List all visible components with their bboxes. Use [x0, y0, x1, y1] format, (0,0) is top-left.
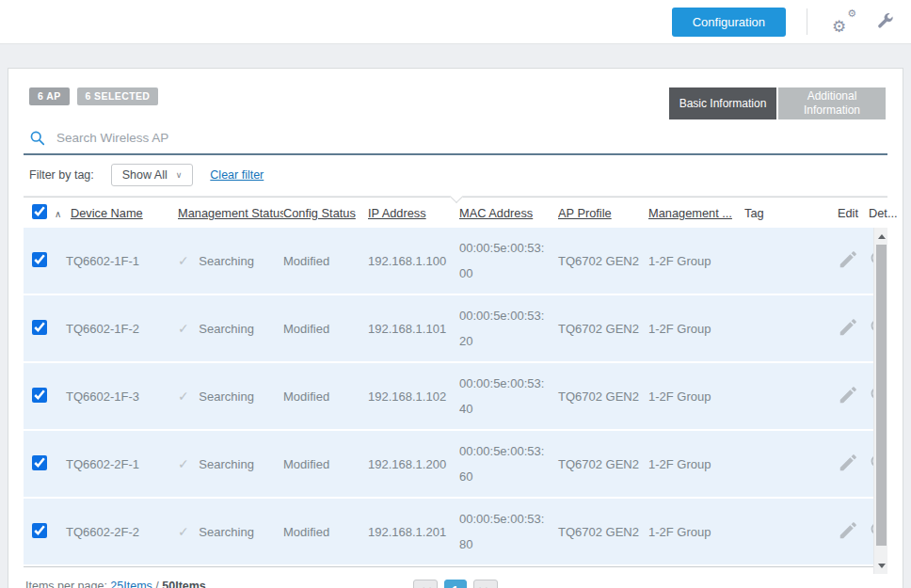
- cell-config-status: Modified: [283, 525, 368, 539]
- cell-device-name: TQ6602-1F-3: [66, 389, 139, 404]
- cell-ip-address: 192.168.1.200: [368, 457, 459, 471]
- table-row[interactable]: TQ6602-1F-1 ✓ Searching Modified 192.168…: [24, 228, 887, 294]
- edit-pencil-icon[interactable]: [838, 385, 858, 405]
- header-management-status[interactable]: Management Status: [178, 206, 283, 220]
- edit-pencil-icon[interactable]: [838, 249, 858, 270]
- header-details: Det...: [869, 206, 898, 220]
- tab-additional-information[interactable]: Additional Information: [778, 87, 886, 119]
- table-header-row: ∧ Device Name Management Status Config S…: [24, 197, 887, 228]
- cell-ap-profile: TQ6702 GEN2: [558, 525, 648, 539]
- topbar-divider: [807, 8, 807, 35]
- tag-filter-value: Show All: [122, 168, 168, 182]
- tag-filter-dropdown[interactable]: Show All ∨: [111, 164, 194, 186]
- table-row[interactable]: TQ6602-1F-3 ✓ Searching Modified 192.168…: [24, 363, 887, 429]
- cell-device-name: TQ6602-1F-2: [66, 322, 139, 336]
- table-row[interactable]: TQ6602-2F-2 ✓ Searching Modified 192.168…: [24, 499, 887, 564]
- select-all-checkbox[interactable]: [32, 204, 47, 219]
- status-check-icon: ✓: [178, 524, 189, 539]
- status-check-icon: ✓: [178, 253, 189, 268]
- cell-mac-address: 00:00:5e:00:53:60: [459, 438, 548, 490]
- status-check-icon: ✓: [178, 321, 189, 336]
- filter-by-tag-label: Filter by tag:: [29, 168, 94, 182]
- cell-management-status: Searching: [199, 525, 254, 539]
- search-icon: [29, 130, 45, 146]
- cell-ip-address: 192.168.1.102: [368, 389, 459, 404]
- edit-pencil-icon[interactable]: [838, 453, 858, 473]
- cell-management-status: Searching: [199, 389, 254, 404]
- scrollbar-up-arrow[interactable]: [874, 230, 888, 243]
- configuration-button[interactable]: Configuration: [672, 8, 786, 37]
- cell-device-name: TQ6602-2F-1: [66, 457, 139, 471]
- cell-config-status: Modified: [283, 254, 368, 268]
- table-row[interactable]: TQ6602-2F-1 ✓ Searching Modified 192.168…: [24, 431, 887, 497]
- header-ap-profile[interactable]: AP Profile: [558, 206, 612, 220]
- cell-management-group: 1-2F Group: [648, 525, 744, 539]
- cell-mac-address: 00:00:5e:00:53:20: [459, 303, 548, 355]
- selected-count-badge: 6 SELECTED: [77, 87, 159, 105]
- cell-ip-address: 192.168.1.101: [368, 322, 459, 336]
- header-edit: Edit: [838, 206, 858, 220]
- pagination-page-1-button[interactable]: 1: [444, 580, 467, 588]
- tab-basic-information[interactable]: Basic Information: [669, 87, 776, 119]
- pagination: << 1 >>: [24, 580, 887, 588]
- row-checkbox[interactable]: [32, 320, 47, 335]
- wrench-tools-icon[interactable]: [875, 12, 894, 31]
- cell-management-group: 1-2F Group: [648, 389, 744, 404]
- header-config-status[interactable]: Config Status: [283, 206, 356, 220]
- edit-pencil-icon[interactable]: [838, 317, 858, 338]
- cell-device-name: TQ6602-1F-1: [66, 254, 139, 268]
- search-bar: [24, 126, 887, 155]
- cell-ap-profile: TQ6702 GEN2: [558, 457, 648, 471]
- cell-mac-address: 00:00:5e:00:53:00: [459, 235, 548, 287]
- header-device-name[interactable]: Device Name: [71, 206, 143, 220]
- header-mac-address[interactable]: MAC Address: [459, 206, 533, 220]
- pagination-prev-button[interactable]: <<: [413, 580, 438, 588]
- status-check-icon: ✓: [178, 456, 189, 471]
- top-bar: Configuration ⚙ ⚙: [0, 0, 911, 44]
- cell-config-status: Modified: [283, 389, 368, 404]
- count-badges: 6 AP 6 SELECTED: [24, 87, 158, 105]
- cell-mac-address: 00:00:5e:00:53:40: [459, 371, 548, 422]
- status-check-icon: ✓: [178, 389, 189, 404]
- wireless-ap-panel: 6 AP 6 SELECTED Basic Information Additi…: [8, 68, 903, 588]
- row-checkbox[interactable]: [32, 523, 47, 538]
- cell-ap-profile: TQ6702 GEN2: [558, 322, 648, 336]
- cell-management-group: 1-2F Group: [648, 457, 744, 471]
- cell-ap-profile: TQ6702 GEN2: [558, 389, 648, 404]
- cell-mac-address: 00:00:5e:00:53:80: [459, 506, 548, 558]
- clear-filter-link[interactable]: Clear filter: [210, 168, 264, 182]
- sort-ascending-icon: ∧: [55, 209, 61, 219]
- cell-ap-profile: TQ6702 GEN2: [558, 254, 648, 268]
- cell-device-name: TQ6602-2F-2: [66, 525, 139, 539]
- row-checkbox[interactable]: [32, 252, 47, 267]
- cell-ip-address: 192.168.1.100: [368, 254, 459, 268]
- table-body: TQ6602-1F-1 ✓ Searching Modified 192.168…: [24, 228, 887, 564]
- settings-gears-icon[interactable]: ⚙ ⚙: [832, 10, 856, 33]
- pagination-next-button[interactable]: >>: [473, 580, 498, 588]
- row-checkbox[interactable]: [32, 388, 47, 403]
- cell-management-status: Searching: [199, 254, 254, 268]
- cell-management-group: 1-2F Group: [648, 322, 744, 336]
- vertical-scrollbar[interactable]: [873, 228, 887, 574]
- row-checkbox[interactable]: [32, 455, 47, 470]
- cell-config-status: Modified: [283, 322, 368, 336]
- info-tabs: Basic Information Additional Information: [669, 87, 886, 119]
- cell-ip-address: 192.168.1.201: [368, 525, 459, 539]
- table-row[interactable]: TQ6602-1F-2 ✓ Searching Modified 192.168…: [24, 295, 887, 361]
- cell-management-status: Searching: [199, 322, 254, 336]
- edit-pencil-icon[interactable]: [838, 520, 858, 541]
- cell-config-status: Modified: [283, 457, 368, 471]
- header-ip-address[interactable]: IP Address: [368, 206, 426, 220]
- scrollbar-down-arrow[interactable]: [874, 559, 888, 572]
- scrollbar-thumb[interactable]: [876, 245, 887, 546]
- table-footer: Items per page: 25Items / 50Items << 1 >…: [24, 580, 887, 588]
- cell-management-status: Searching: [199, 457, 254, 471]
- chevron-down-icon: ∨: [176, 170, 183, 180]
- header-tag: Tag: [744, 206, 764, 220]
- header-management-group[interactable]: Management ...: [648, 206, 732, 220]
- search-input[interactable]: [56, 131, 886, 145]
- ap-count-badge: 6 AP: [29, 87, 70, 105]
- cell-management-group: 1-2F Group: [648, 254, 744, 268]
